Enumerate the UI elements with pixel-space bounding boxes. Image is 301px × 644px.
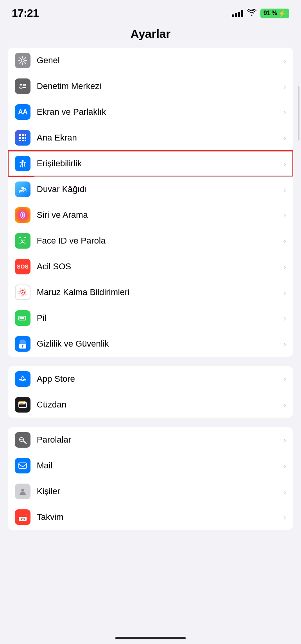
svg-rect-4	[23, 87, 26, 88]
mail-icon	[15, 458, 30, 473]
takvim-chevron: ›	[283, 513, 286, 522]
svg-rect-35	[19, 463, 27, 468]
duvar-label: Duvar Kâğıdı	[37, 184, 283, 194]
scrollbar[interactable]	[298, 86, 299, 141]
svg-rect-3	[20, 87, 22, 88]
svg-text:28: 28	[21, 517, 25, 521]
denetim-chevron: ›	[283, 82, 286, 91]
settings-item-pil[interactable]: Pil ›	[8, 305, 293, 331]
ekran-icon: AA	[15, 104, 30, 120]
ana-ekran-label: Ana Ekran	[37, 133, 283, 143]
cuzdan-icon	[15, 397, 30, 413]
settings-section-3: Parolalar › Mail › Kişiler ›	[8, 427, 293, 530]
svg-rect-9	[22, 137, 24, 139]
gizlilik-icon	[15, 336, 30, 352]
svg-point-33	[20, 439, 22, 440]
pil-label: Pil	[37, 313, 283, 323]
settings-item-kisiler[interactable]: Kişiler ›	[8, 479, 293, 504]
settings-item-gizlilik[interactable]: Gizlilik ve Güvenlik ›	[8, 331, 293, 357]
settings-item-duvar-kagidi[interactable]: Duvar Kâğıdı ›	[8, 176, 293, 202]
svg-rect-2	[23, 84, 26, 85]
denetim-label: Denetim Merkezi	[37, 81, 283, 91]
settings-section-2: App Store › Cüzdan ›	[8, 366, 293, 418]
denetim-icon	[15, 78, 30, 94]
mail-chevron: ›	[283, 461, 286, 470]
genel-icon	[15, 53, 30, 68]
settings-item-acil-sos[interactable]: SOS Acil SOS ›	[8, 254, 293, 279]
settings-item-genel[interactable]: Genel ›	[8, 48, 293, 73]
settings-item-siri[interactable]: Siri ve Arama ›	[8, 202, 293, 228]
ana-ekran-chevron: ›	[283, 133, 286, 142]
gizlilik-label: Gizlilik ve Güvenlik	[37, 339, 283, 349]
svg-point-0	[21, 59, 24, 62]
maruz-label: Maruz Kalma Bildirimleri	[37, 287, 283, 297]
settings-item-mail[interactable]: Mail ›	[8, 453, 293, 479]
pil-chevron: ›	[283, 314, 286, 323]
svg-point-22	[22, 292, 23, 293]
signal-icon	[232, 10, 243, 17]
battery-indicator: 91%⚡	[260, 9, 289, 18]
svg-point-18	[22, 213, 23, 217]
siri-icon	[15, 207, 30, 223]
svg-rect-13	[25, 140, 26, 141]
mail-label: Mail	[37, 461, 283, 471]
erisilebilirlik-label: Erişilebilirlik	[37, 158, 283, 169]
app-store-chevron: ›	[283, 375, 286, 384]
svg-point-19	[21, 240, 22, 241]
pil-icon	[15, 310, 30, 326]
ekran-chevron: ›	[283, 108, 286, 117]
svg-point-20	[23, 240, 25, 241]
kisiler-label: Kişiler	[37, 486, 283, 496]
wifi-icon	[247, 9, 256, 18]
settings-item-face-id[interactable]: Face ID ve Parola ›	[8, 228, 293, 254]
settings-item-cuzdan[interactable]: Cüzdan ›	[8, 392, 293, 418]
settings-item-app-store[interactable]: App Store ›	[8, 366, 293, 392]
settings-item-maruz-kalma[interactable]: Maruz Kalma Bildirimleri ›	[8, 279, 293, 305]
svg-rect-40	[19, 516, 27, 517]
face-id-chevron: ›	[283, 237, 286, 246]
settings-item-takvim[interactable]: 28 Takvim ›	[8, 504, 293, 530]
svg-rect-1	[20, 84, 22, 85]
cuzdan-chevron: ›	[283, 400, 286, 409]
siri-label: Siri ve Arama	[37, 210, 283, 220]
home-indicator	[115, 637, 186, 639]
svg-rect-5	[19, 134, 21, 136]
svg-rect-11	[19, 140, 21, 141]
settings-item-denetim-merkezi[interactable]: Denetim Merkezi ›	[8, 73, 293, 99]
page-title: Ayarlar	[0, 23, 301, 48]
erisilebilirlik-chevron: ›	[283, 159, 286, 168]
siri-chevron: ›	[283, 211, 286, 220]
acil-sos-chevron: ›	[283, 262, 286, 271]
erisilebilirlik-icon	[15, 156, 30, 171]
svg-rect-6	[22, 134, 24, 136]
settings-item-parolalar[interactable]: Parolalar ›	[8, 427, 293, 453]
takvim-icon: 28	[15, 509, 30, 525]
ana-ekran-icon	[15, 130, 30, 146]
kisiler-icon	[15, 484, 30, 499]
genel-chevron: ›	[283, 56, 286, 65]
gizlilik-chevron: ›	[283, 340, 286, 349]
maruz-icon	[15, 285, 30, 300]
svg-point-14	[22, 160, 24, 162]
cuzdan-label: Cüzdan	[37, 400, 283, 410]
app-store-icon	[15, 371, 30, 387]
status-bar: 17:21 91%⚡	[0, 0, 301, 23]
parolalar-icon	[15, 432, 30, 448]
svg-point-34	[22, 439, 23, 440]
duvar-chevron: ›	[283, 185, 286, 194]
settings-item-ana-ekran[interactable]: Ana Ekran ›	[8, 125, 293, 151]
svg-rect-8	[19, 137, 21, 139]
parolalar-label: Parolalar	[37, 435, 283, 445]
acil-sos-icon: SOS	[15, 259, 30, 274]
duvar-icon	[15, 181, 30, 197]
settings-section-1: Genel › Denetim Merkezi › AA Ekran ve Pa…	[8, 48, 293, 357]
settings-item-ekran[interactable]: AA Ekran ve Parlaklık ›	[8, 99, 293, 125]
status-time: 17:21	[12, 7, 39, 20]
maruz-chevron: ›	[283, 288, 286, 297]
svg-rect-12	[22, 140, 24, 141]
parolalar-chevron: ›	[283, 436, 286, 445]
settings-item-erisilebilirlik[interactable]: Erişilebilirlik ›	[8, 151, 293, 176]
genel-label: Genel	[37, 55, 283, 66]
takvim-label: Takvim	[37, 512, 283, 522]
ekran-label: Ekran ve Parlaklık	[37, 107, 283, 117]
